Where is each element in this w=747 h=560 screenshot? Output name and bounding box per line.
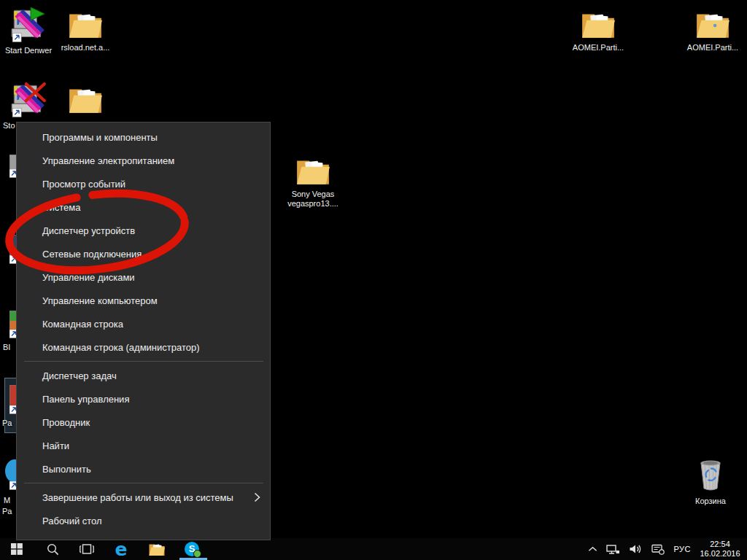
denwer-stop-icon [9, 82, 47, 119]
edge-button[interactable]: e [107, 538, 136, 560]
shortcut-arrow-icon [12, 108, 21, 117]
tray-time: 22:54 [699, 540, 741, 549]
icon-label: Pa [2, 419, 12, 427]
icon-label: Корзина [683, 497, 738, 506]
desktop-icon-aomei-folder-1[interactable]: AOMEI.Parti... [570, 7, 626, 52]
folder-icon [580, 7, 616, 41]
tray-clock[interactable]: 22:54 16.02.2016 [699, 540, 741, 559]
desktop-icon-aomei-folder-2[interactable]: AOMEI.Parti... [685, 7, 740, 52]
volume-icon[interactable] [628, 543, 643, 555]
desktop: Start Denwer rsload.net.a... Sto AOMEI.P… [0, 0, 747, 560]
skype-icon: S [185, 542, 199, 556]
menu-item-system[interactable]: Система [17, 195, 270, 219]
icon-label: Pa [2, 507, 12, 516]
tray-language[interactable]: РУС [673, 545, 691, 553]
taskbar: e S [0, 538, 747, 560]
icon-label: AOMEI.Parti... [685, 43, 740, 52]
icon-label: BI [3, 343, 10, 351]
menu-item-command-prompt-admin[interactable]: Командная строка (администратор) [17, 335, 270, 359]
edge-icon: e [115, 540, 128, 559]
windows-logo-icon [10, 542, 23, 556]
file-explorer-icon [148, 541, 166, 557]
icon-label: rsload.net.a... [58, 43, 113, 52]
icon-label: AOMEI.Parti... [570, 43, 626, 52]
menu-item-control-panel[interactable]: Панель управления [17, 387, 270, 411]
folder-icon [295, 154, 331, 187]
menu-item-search[interactable]: Найти [17, 434, 270, 457]
touch-keyboard-icon[interactable] [651, 543, 665, 555]
task-view-icon [79, 542, 95, 556]
menu-item-task-manager[interactable]: Диспетчер задач [17, 364, 270, 387]
skype-button[interactable]: S [177, 538, 206, 560]
folder-icon [67, 82, 104, 116]
menu-item-device-manager[interactable]: Диспетчер устройств [17, 219, 270, 242]
winx-menu: Программы и компоненты Управление электр… [16, 122, 271, 540]
tray-date: 16.02.2016 [699, 549, 741, 559]
recycle-bin-icon [692, 456, 729, 494]
menu-item-network-connections[interactable]: Сетевые подключения [17, 242, 270, 265]
menu-item-event-viewer[interactable]: Просмотр событий [17, 172, 270, 195]
denwer-start-icon [9, 7, 47, 44]
menu-item-power-options[interactable]: Управление электропитанием [17, 149, 270, 172]
system-tray: РУС 22:54 16.02.2016 [588, 538, 747, 560]
folder-icon [694, 7, 731, 41]
menu-item-run[interactable]: Выполнить [17, 457, 270, 481]
desktop-icon-sony-vegas-folder[interactable]: Sony Vegas vegaspro13.... [285, 154, 341, 209]
icon-label: M [4, 496, 10, 505]
icon-label: Start Denwer [1, 46, 56, 55]
search-icon [46, 542, 60, 556]
menu-item-disk-management[interactable]: Управление дисками [17, 265, 270, 289]
menu-item-programs-and-features[interactable]: Программы и компоненты [17, 125, 270, 149]
menu-item-desktop[interactable]: Рабочий стол [17, 509, 270, 532]
icon-label: Sony Vegas vegaspro13.... [285, 190, 341, 209]
desktop-icon-rsload-folder[interactable]: rsload.net.a... [58, 7, 113, 52]
file-explorer-button[interactable] [142, 538, 171, 560]
desktop-icon-recycle-bin[interactable]: Корзина [683, 456, 738, 506]
submenu-chevron-icon [254, 492, 260, 502]
taskbar-search-button[interactable] [38, 538, 67, 560]
folder-icon [67, 7, 104, 41]
menu-separator [24, 483, 263, 483]
menu-item-shutdown-signout[interactable]: Завершение работы или выход из системы [17, 486, 270, 509]
task-view-button[interactable] [72, 538, 101, 560]
network-icon[interactable] [605, 543, 620, 556]
hidden-icons-chevron[interactable] [588, 546, 597, 552]
desktop-icon-start-denwer[interactable]: Start Denwer [1, 7, 56, 55]
skype-status-badge [193, 550, 201, 558]
menu-item-computer-management[interactable]: Управление компьютером [17, 289, 270, 312]
menu-separator [24, 361, 263, 362]
shortcut-arrow-icon [12, 33, 21, 42]
menu-item-command-prompt[interactable]: Командная строка [17, 312, 270, 335]
desktop-icon-folder[interactable] [58, 82, 113, 116]
start-button[interactable] [2, 538, 31, 560]
menu-item-file-explorer[interactable]: Проводник [17, 411, 270, 434]
